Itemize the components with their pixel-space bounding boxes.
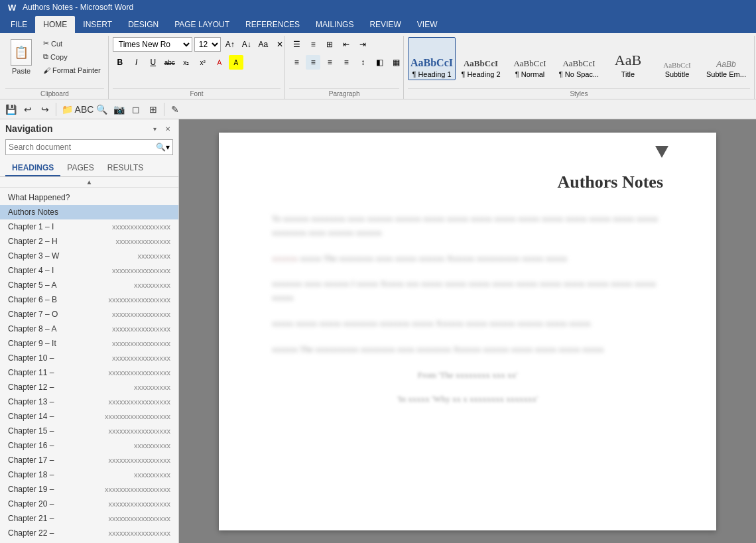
tab-view[interactable]: VIEW — [409, 16, 446, 33]
document-page[interactable]: Authors Notes To xxxxxx xxxxxxxx xxxx xx… — [219, 133, 716, 530]
format-painter-button[interactable]: 🖌 Format Painter — [40, 64, 104, 76]
increase-indent-button[interactable]: ⇥ — [355, 37, 370, 52]
track-changes-button[interactable]: ✎ — [167, 101, 183, 117]
nav-item-chapter12[interactable]: Chapter 12 – xxxxxxxxxx — [0, 380, 178, 394]
nav-item-chapter20[interactable]: Chapter 20 – xxxxxxxxxxxxxxxxx — [0, 497, 178, 511]
navigation-panel: Navigation ▾ ✕ 🔍▾ HEADINGS PAGES RESULTS… — [0, 119, 179, 543]
nav-tab-headings[interactable]: HEADINGS — [5, 160, 60, 176]
tab-review[interactable]: REVIEW — [361, 16, 409, 33]
nav-controls: ▾ ✕ — [149, 123, 173, 134]
style-heading1[interactable]: AaBbCcI ¶ Heading 1 — [408, 37, 456, 80]
search-icon[interactable]: 🔍▾ — [156, 143, 170, 152]
style-normal[interactable]: AaBbCcI ¶ Normal — [506, 37, 554, 80]
nav-item-chapter8[interactable]: Chapter 8 – A xxxxxxxxxxxxxxxx — [0, 322, 178, 336]
ribbon-tabs: FILE HOME INSERT DESIGN PAGE LAYOUT REFE… — [0, 15, 756, 33]
doc-para-center-2: 'In xxxxx 'Why xx x xxxxxxxx xxxxxxx' — [272, 394, 663, 404]
text-color-button[interactable]: A — [212, 55, 227, 70]
align-left-button[interactable]: ≡ — [289, 55, 304, 70]
nav-item-chapter5[interactable]: Chapter 5 – A xxxxxxxxxx — [0, 278, 178, 292]
multilevel-list-button[interactable]: ⊞ — [322, 37, 337, 52]
find-button[interactable]: 🔍 — [94, 101, 109, 117]
decrease-font-button[interactable]: A↓ — [239, 37, 254, 52]
paragraph-label: Paragraph — [289, 88, 399, 97]
justify-button[interactable]: ≡ — [339, 55, 353, 70]
align-center-button[interactable]: ≡ — [306, 55, 320, 70]
nav-item-authors-notes[interactable]: Authors Notes — [0, 205, 178, 219]
increase-font-button[interactable]: A↑ — [223, 37, 237, 52]
nav-tabs: HEADINGS PAGES RESULTS — [0, 158, 178, 177]
italic-button[interactable]: I — [129, 55, 144, 70]
bold-button[interactable]: B — [113, 55, 127, 70]
numbering-button[interactable]: ≡ — [306, 37, 320, 52]
decrease-indent-button[interactable]: ⇤ — [339, 37, 353, 52]
nav-item-chapter6[interactable]: Chapter 6 – B xxxxxxxxxxxxxxxxx — [0, 292, 178, 307]
font-name-select[interactable]: Times New Ro — [113, 37, 192, 52]
tab-mailings[interactable]: MAILINGS — [308, 16, 361, 33]
subscript-button[interactable]: x₂ — [179, 55, 194, 70]
paste-button[interactable]: 📋 Paste — [5, 37, 37, 77]
nav-minimize-button[interactable]: ▾ — [149, 123, 160, 134]
scroll-top-indicator[interactable]: ▲ — [86, 178, 93, 186]
nav-item-chapter19[interactable]: Chapter 19 – xxxxxxxxxxxxxxxxxx — [0, 482, 178, 497]
change-case-button[interactable]: Aa — [256, 37, 271, 52]
nav-list: What Happened? Authors Notes Chapter 1 –… — [0, 188, 178, 543]
nav-item-chapter1[interactable]: Chapter 1 – I xxxxxxxxxxxxxxxx — [0, 219, 178, 234]
nav-item-chapter3[interactable]: Chapter 3 – W xxxxxxxxx — [0, 249, 178, 263]
nav-item-chapter11[interactable]: Chapter 11 – xxxxxxxxxxxxxxxxx — [0, 365, 178, 380]
align-right-button[interactable]: ≡ — [322, 55, 337, 70]
copy-button[interactable]: ⧉ Copy — [40, 50, 104, 63]
open-button[interactable]: 📁 — [59, 101, 75, 117]
tab-page-layout[interactable]: PAGE LAYOUT — [166, 16, 237, 33]
nav-item-chapter22[interactable]: Chapter 22 – xxxxxxxxxxxxxxxxx — [0, 526, 178, 540]
tab-file[interactable]: FILE — [3, 16, 35, 33]
shapes-button[interactable]: ◻ — [128, 101, 144, 117]
font-size-select[interactable]: 12 — [194, 37, 221, 52]
nav-item-chapter15[interactable]: Chapter 15 – xxxxxxxxxxxxxxxxx — [0, 424, 178, 438]
nav-item-chapter2[interactable]: Chapter 2 – H xxxxxxxxxxxxxxx — [0, 234, 178, 249]
save-button[interactable]: 💾 — [3, 101, 19, 117]
line-spacing-button[interactable]: ↕ — [355, 55, 370, 70]
nav-item-chapter13[interactable]: Chapter 13 – xxxxxxxxxxxxxxxxx — [0, 394, 178, 409]
clipboard-small-buttons: ✂ Cut ⧉ Copy 🖌 Format Painter — [40, 37, 104, 76]
tab-references[interactable]: REFERENCES — [237, 16, 308, 33]
highlight-button[interactable]: A — [229, 55, 243, 70]
nav-item-chapter21[interactable]: Chapter 21 – xxxxxxxxxxxxxxxxx — [0, 511, 178, 526]
nav-item-chapter14[interactable]: Chapter 14 – xxxxxxxxxxxxxxxxxx — [0, 409, 178, 424]
bullets-button[interactable]: ☰ — [289, 37, 304, 52]
spellcheck-button[interactable]: ABC — [76, 101, 92, 117]
strikethrough-button[interactable]: abc — [162, 55, 177, 70]
style-title[interactable]: AaB Title — [604, 37, 652, 80]
style-subtitle[interactable]: AaBbCcI Subtitle — [653, 37, 701, 80]
redo-button[interactable]: ↪ — [37, 101, 53, 117]
tab-insert[interactable]: INSERT — [75, 16, 120, 33]
doc-paragraph-1: To xxxxxx xxxxxxxx xxxx xxxxxx xxxxxx xx… — [272, 212, 663, 240]
tab-home[interactable]: HOME — [35, 16, 75, 33]
underline-button[interactable]: U — [146, 55, 160, 70]
nav-item-chapter4[interactable]: Chapter 4 – I xxxxxxxxxxxxxxxx — [0, 263, 178, 278]
shading-button[interactable]: ◧ — [372, 55, 387, 70]
nav-item-chapter10[interactable]: Chapter 10 – xxxxxxxxxxxxxxxx — [0, 351, 178, 365]
nav-item-chapter16[interactable]: Chapter 16 – xxxxxxxxxx — [0, 438, 178, 453]
clipboard-label: Clipboard — [5, 88, 104, 97]
nav-item-chapter9[interactable]: Chapter 9 – It xxxxxxxxxxxxxxxx — [0, 336, 178, 351]
superscript-button[interactable]: x² — [196, 55, 210, 70]
nav-close-button[interactable]: ✕ — [162, 123, 173, 134]
screenshot-button[interactable]: 📷 — [111, 101, 127, 117]
nav-item-chapter17[interactable]: Chapter 17 – xxxxxxxxxxxxxxxxx — [0, 453, 178, 467]
search-input[interactable] — [9, 140, 146, 154]
nav-item-what-happened[interactable]: What Happened? — [0, 190, 178, 205]
nav-item-chapter7[interactable]: Chapter 7 – O xxxxxxxxxxxxxxxx — [0, 307, 178, 322]
style-heading2[interactable]: AaBbCcI ¶ Heading 2 — [457, 37, 505, 80]
table-button[interactable]: ⊞ — [145, 101, 161, 117]
tab-design[interactable]: DESIGN — [120, 16, 166, 33]
cut-button[interactable]: ✂ Cut — [40, 37, 104, 50]
style-nospace[interactable]: AaBbCcI ¶ No Spac... — [555, 37, 603, 80]
font-style-row: B I U abc x₂ x² A A — [113, 55, 243, 70]
borders-button[interactable]: ▦ — [389, 55, 403, 70]
nav-tab-pages[interactable]: PAGES — [60, 160, 100, 176]
style-subtleemph[interactable]: AaBb Subtle Em... — [702, 37, 750, 80]
undo-button[interactable]: ↩ — [20, 101, 36, 117]
title-bar: W Authors Notes - Microsoft Word — [0, 0, 756, 15]
nav-item-chapter18[interactable]: Chapter 18 – xxxxxxxxxx — [0, 467, 178, 482]
nav-tab-results[interactable]: RESULTS — [101, 160, 150, 176]
